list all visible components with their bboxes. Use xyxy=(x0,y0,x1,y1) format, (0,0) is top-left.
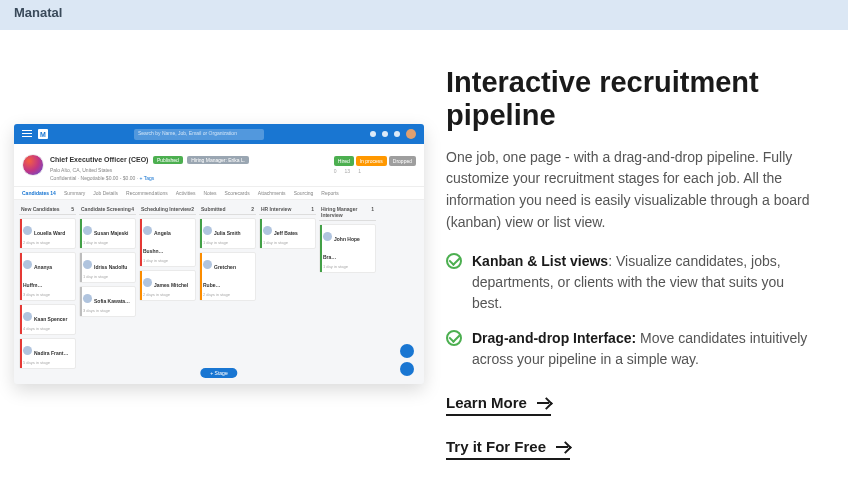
stat-inprocess: In process xyxy=(356,156,387,166)
candidate-card[interactable]: Julia Smith1 day in stage xyxy=(199,218,256,249)
col-count: 2 xyxy=(191,206,194,212)
help-icon[interactable] xyxy=(382,131,388,137)
cta-label: Try it For Free xyxy=(446,438,546,455)
fab-chat-icon[interactable] xyxy=(400,344,414,358)
hamburger-icon[interactable] xyxy=(22,130,32,138)
candidate-card[interactable]: Kaan Spencer4 days in stage xyxy=(19,304,76,335)
col-title: Submitted xyxy=(201,206,225,212)
brand-name: Manatal xyxy=(14,5,62,20)
col-count: 4 xyxy=(131,206,134,212)
cta-label: Learn More xyxy=(446,394,527,411)
stat-n2: 1 xyxy=(358,168,361,174)
candidate-card[interactable]: John Hope Bra…1 day in stage xyxy=(319,224,376,273)
avatar-icon xyxy=(23,260,32,269)
apps-icon[interactable] xyxy=(394,131,400,137)
avatar-icon xyxy=(203,226,212,235)
job-location: Palo Alto, CA, United States xyxy=(50,167,249,174)
job-tabs: Candidates 14 Summary Job Details Recomm… xyxy=(14,187,424,200)
avatar-icon xyxy=(203,260,212,269)
col-title: HR Interview xyxy=(261,206,291,212)
kanban-col-3: Submitted2 Julia Smith1 day in stage Gre… xyxy=(199,204,256,369)
candidate-card[interactable]: Ananya Huffm…3 days in stage xyxy=(19,252,76,301)
user-avatar[interactable] xyxy=(406,129,416,139)
app-logo[interactable]: M xyxy=(38,129,48,139)
avatar-icon xyxy=(83,260,92,269)
avatar-icon xyxy=(23,226,32,235)
tab-summary[interactable]: Summary xyxy=(64,190,85,196)
kanban-col-2: Scheduling Interview2 Angela Bushn…1 day… xyxy=(139,204,196,369)
job-confidential: Confidential xyxy=(50,175,76,181)
col-title: Candidate Screening xyxy=(81,206,131,212)
col-count: 2 xyxy=(251,206,254,212)
stat-n1: 13 xyxy=(345,168,351,174)
stat-row: Hired In process Dropped xyxy=(334,156,416,166)
tab-notes[interactable]: Notes xyxy=(203,190,216,196)
stat-nums: 0 13 1 xyxy=(334,168,416,174)
candidate-card[interactable]: Angela Bushn…1 day in stage xyxy=(139,218,196,267)
candidate-card[interactable]: Gretchen Rube…2 days in stage xyxy=(199,252,256,301)
app-topbar: M Search by Name, Job, Email or Organiza… xyxy=(14,124,424,144)
arrow-right-icon xyxy=(537,398,551,408)
avatar-icon xyxy=(83,294,92,303)
tab-recommendations[interactable]: Recommendations xyxy=(126,190,168,196)
kanban-col-4: HR Interview1 Jeff Bates1 day in stage xyxy=(259,204,316,369)
status-pill: Published xyxy=(153,156,183,164)
try-free-link[interactable]: Try it For Free xyxy=(446,438,570,460)
topbar-icons xyxy=(370,129,416,139)
page-description: One job, one page - with a drag-and-drop… xyxy=(446,147,816,234)
job-header: Chief Executive Officer (CEO) Published … xyxy=(14,144,424,187)
avatar-icon xyxy=(143,226,152,235)
job-tags[interactable]: + Tags xyxy=(140,175,155,181)
candidate-card[interactable]: Jeff Bates1 day in stage xyxy=(259,218,316,249)
job-salary: Negotiable $0.00 - $0.00 xyxy=(81,175,136,181)
col-count: 1 xyxy=(311,206,314,212)
feature-title: Kanban & List views xyxy=(472,253,608,269)
tab-candidates[interactable]: Candidates 14 xyxy=(22,190,56,196)
tab-sourcing[interactable]: Sourcing xyxy=(294,190,314,196)
feature-title: Drag-and-drop Interface: xyxy=(472,330,636,346)
col-count: 5 xyxy=(71,206,74,212)
tab-attachments[interactable]: Attachments xyxy=(258,190,286,196)
candidate-card[interactable]: Sofia Kawata…3 days in stage xyxy=(79,286,136,317)
avatar-icon xyxy=(263,226,272,235)
stat-dropped: Dropped xyxy=(389,156,416,166)
tab-reports[interactable]: Reports xyxy=(321,190,339,196)
col-title: Scheduling Interview xyxy=(141,206,191,212)
feature-list: Kanban & List views: Visualize candidate… xyxy=(446,251,816,370)
kanban-col-1: Candidate Screening4 Susan Majeski1 day … xyxy=(79,204,136,369)
search-input[interactable]: Search by Name, Job, Email or Organizati… xyxy=(134,129,264,140)
add-stage-button[interactable]: + Stage xyxy=(200,368,237,378)
avatar-icon xyxy=(83,226,92,235)
manager-pill: Hiring Manager: Erika L. xyxy=(187,156,249,164)
col-title: New Candidates xyxy=(21,206,60,212)
feature-item: Drag-and-drop Interface: Move candidates… xyxy=(446,328,816,370)
kanban-col-5: Hiring Manager Interview1 John Hope Bra…… xyxy=(319,204,376,369)
main-content: M Search by Name, Job, Email or Organiza… xyxy=(0,30,848,492)
marketing-copy: Interactive recruitment pipeline One job… xyxy=(446,62,816,482)
job-title: Chief Executive Officer (CEO) xyxy=(50,156,148,163)
candidate-card[interactable]: Nadira Frant…5 days in stage xyxy=(19,338,76,369)
avatar-icon xyxy=(323,232,332,241)
fab-help-icon[interactable] xyxy=(400,362,414,376)
candidate-card[interactable]: James Mitchel2 days in stage xyxy=(139,270,196,301)
cta-group: Learn More Try it For Free xyxy=(446,394,816,460)
kanban-board: New Candidates5 Louella Ward2 days in st… xyxy=(14,200,424,373)
candidate-card[interactable]: Louella Ward2 days in stage xyxy=(19,218,76,249)
tab-jobdetails[interactable]: Job Details xyxy=(93,190,118,196)
col-title: Hiring Manager Interview xyxy=(321,206,371,218)
avatar-icon xyxy=(23,312,32,321)
kanban-col-0: New Candidates5 Louella Ward2 days in st… xyxy=(19,204,76,369)
arrow-right-icon xyxy=(556,442,570,452)
candidate-card[interactable]: Susan Majeski1 day in stage xyxy=(79,218,136,249)
tab-activities[interactable]: Activities xyxy=(176,190,196,196)
company-logo-icon[interactable] xyxy=(22,154,44,176)
top-banner: Manatal xyxy=(0,0,848,30)
notification-icon[interactable] xyxy=(370,131,376,137)
check-icon xyxy=(446,330,462,346)
candidate-card[interactable]: Idriss Nadolfu1 day in stage xyxy=(79,252,136,283)
feature-item: Kanban & List views: Visualize candidate… xyxy=(446,251,816,314)
stat-hired: Hired xyxy=(334,156,354,166)
tab-scorecards[interactable]: Scorecards xyxy=(225,190,250,196)
col-count: 1 xyxy=(371,206,374,218)
learn-more-link[interactable]: Learn More xyxy=(446,394,551,416)
